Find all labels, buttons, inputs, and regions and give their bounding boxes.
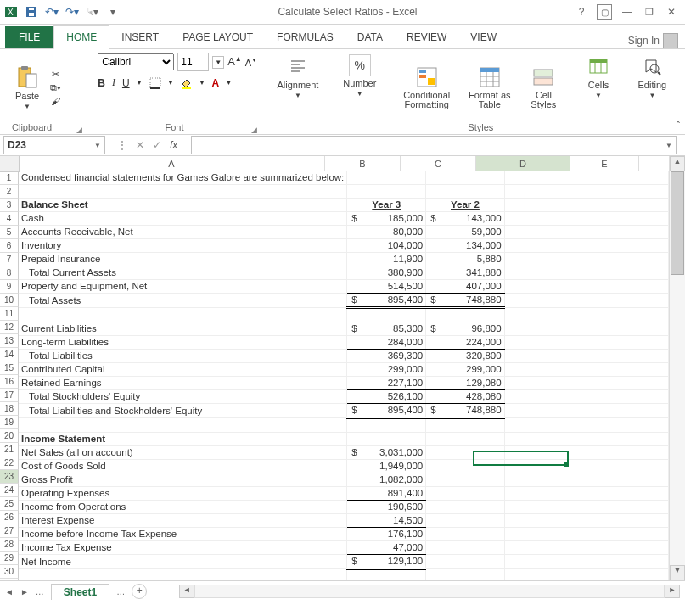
row-header[interactable]: 14	[0, 348, 19, 361]
cell[interactable]: Condensed financial statements for Games…	[19, 171, 347, 185]
cell[interactable]: 1,082,000	[347, 473, 426, 487]
cell[interactable]: 526,100	[347, 390, 426, 404]
cell[interactable]	[347, 569, 426, 581]
fx-icon[interactable]: fx	[170, 139, 182, 151]
cell[interactable]: Year 3	[347, 199, 426, 212]
conditional-formatting-button[interactable]: Conditional Formatting	[396, 64, 458, 111]
cell[interactable]	[426, 446, 504, 460]
cell[interactable]: 369,300	[347, 350, 426, 363]
cell[interactable]	[347, 433, 426, 446]
cell[interactable]	[504, 308, 598, 322]
cell[interactable]	[598, 185, 669, 199]
cell[interactable]	[426, 528, 504, 541]
cell[interactable]	[504, 404, 598, 418]
cell[interactable]: Net Sales (all on account)	[19, 446, 347, 460]
save-icon[interactable]	[24, 4, 39, 20]
cell[interactable]	[504, 569, 598, 581]
cell[interactable]	[598, 171, 669, 185]
cell[interactable]	[598, 460, 669, 473]
cell[interactable]	[504, 253, 598, 266]
tab-page-layout[interactable]: PAGE LAYOUT	[171, 26, 265, 48]
cell[interactable]	[598, 308, 669, 322]
cell[interactable]: 380,900	[347, 266, 426, 280]
row-header[interactable]: 6	[0, 239, 19, 253]
cell[interactable]	[504, 541, 598, 555]
cell[interactable]: Year 2	[426, 199, 504, 212]
column-header-A[interactable]: A	[19, 156, 325, 171]
touch-mode-icon[interactable]: ☟▾	[85, 4, 100, 20]
cell[interactable]	[504, 418, 598, 433]
tab-file[interactable]: FILE	[5, 26, 53, 48]
cell[interactable]	[426, 473, 504, 487]
alignment-button[interactable]: Alignment ▼	[272, 53, 324, 101]
row-header[interactable]: 31	[0, 579, 19, 580]
cell[interactable]: Gross Profit	[19, 473, 347, 487]
cell[interactable]	[426, 418, 504, 433]
cell[interactable]	[598, 528, 669, 541]
cell[interactable]	[504, 433, 598, 446]
cell[interactable]: 47,000	[347, 541, 426, 555]
cell[interactable]	[504, 185, 598, 199]
row-header[interactable]: 16	[0, 375, 19, 389]
expand-formula-bar-icon[interactable]: ▼	[665, 142, 672, 149]
cell[interactable]: 224,000	[426, 336, 504, 350]
cell[interactable]	[504, 226, 598, 239]
minimize-icon[interactable]: —	[620, 5, 634, 19]
cell[interactable]: Income before Income Tax Expense	[19, 528, 347, 541]
cell[interactable]	[426, 308, 504, 322]
tab-nav-more-icon[interactable]: …	[36, 587, 44, 596]
cell[interactable]: Property and Equipment, Net	[19, 280, 347, 294]
cell[interactable]	[598, 418, 669, 433]
cell[interactable]	[19, 569, 347, 581]
cell[interactable]: Total Assets	[19, 294, 347, 308]
clipboard-launcher-icon[interactable]: ◢	[76, 126, 84, 134]
cell[interactable]: Total Liabilities	[19, 350, 347, 363]
font-color-button[interactable]: A	[211, 77, 219, 89]
row-header[interactable]: 28	[0, 538, 19, 552]
cell[interactable]	[598, 377, 669, 390]
cell[interactable]	[347, 308, 426, 322]
cell[interactable]: 320,800	[426, 350, 504, 363]
cell[interactable]	[504, 294, 598, 308]
copy-icon[interactable]: ⧉▾	[48, 81, 63, 93]
cell[interactable]: Total Stockholders' Equity	[19, 390, 347, 404]
column-header-D[interactable]: D	[476, 156, 570, 171]
row-header[interactable]: 30	[0, 565, 19, 579]
cell[interactable]	[347, 418, 426, 433]
tab-nav-next-icon[interactable]: ►	[20, 587, 29, 596]
cell[interactable]	[598, 336, 669, 350]
cell[interactable]	[504, 487, 598, 501]
name-box-dropdown-icon[interactable]: ▼	[94, 142, 101, 149]
cell[interactable]: 185,000	[347, 212, 426, 226]
row-header[interactable]: 2	[0, 185, 19, 199]
cells-button[interactable]: Cells ▼	[579, 53, 617, 101]
fill-handle[interactable]	[564, 462, 569, 467]
cell[interactable]	[504, 280, 598, 294]
cell[interactable]	[426, 501, 504, 514]
cell[interactable]	[504, 239, 598, 253]
cell[interactable]	[426, 185, 504, 199]
cell[interactable]	[598, 390, 669, 404]
row-header[interactable]: 17	[0, 389, 19, 402]
cell[interactable]	[598, 266, 669, 280]
fill-color-button[interactable]	[180, 77, 192, 89]
scroll-down-icon[interactable]: ▼	[670, 565, 685, 580]
sign-in[interactable]: Sign In	[628, 33, 678, 48]
cell[interactable]	[598, 239, 669, 253]
cell[interactable]	[19, 308, 347, 322]
cell[interactable]: 895,400	[347, 294, 426, 308]
cell[interactable]	[598, 514, 669, 528]
cell[interactable]	[19, 418, 347, 433]
cell[interactable]	[598, 569, 669, 581]
row-header[interactable]: 21	[0, 443, 19, 456]
cell[interactable]	[598, 501, 669, 514]
cell[interactable]	[426, 514, 504, 528]
cell[interactable]: 85,300	[347, 322, 426, 336]
close-icon[interactable]: ✕	[665, 5, 678, 19]
cell[interactable]: Accounts Receivable, Net	[19, 226, 347, 239]
row-header[interactable]: 25	[0, 497, 19, 511]
cell[interactable]	[504, 446, 598, 460]
fill-dropdown-icon[interactable]: ▼	[199, 80, 205, 86]
scroll-thumb[interactable]	[671, 171, 684, 275]
undo-icon[interactable]: ↶▾	[44, 4, 59, 20]
